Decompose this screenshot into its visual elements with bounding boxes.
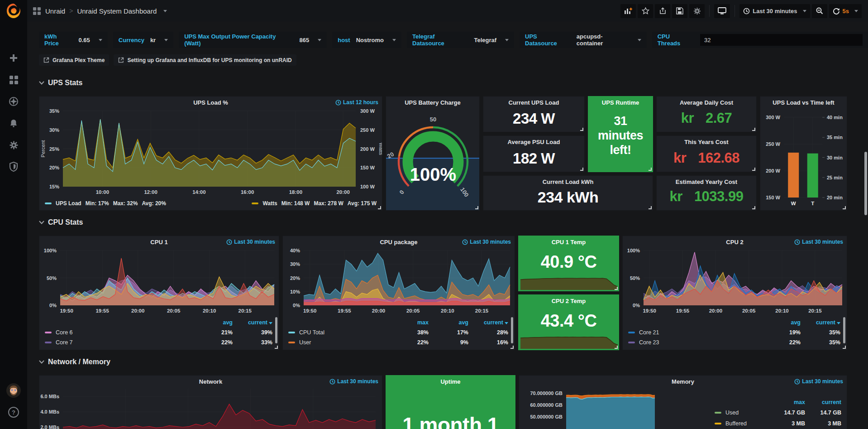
share-button[interactable] (655, 4, 670, 18)
star-button[interactable] (638, 4, 653, 18)
stat-value: 182 W (483, 150, 584, 167)
svg-text:20:00: 20:00 (336, 189, 349, 195)
panel-title[interactable]: Uptime (386, 376, 515, 387)
cpu2-chart[interactable]: 19:5019:5520:0020:0520:1020:150%50%100% (623, 248, 847, 315)
panel-time-range[interactable]: Last 30 minutes (462, 239, 511, 245)
save-button[interactable] (672, 4, 687, 18)
resize-handle[interactable] (843, 346, 846, 349)
panel-title[interactable]: Average Daily Cost (657, 96, 756, 108)
panel-time-range[interactable]: Last 12 hours (335, 99, 378, 106)
link-ups-monitoring-guide[interactable]: Setting up Grafana and InfluxDB for UPS … (114, 54, 296, 66)
panel-title[interactable]: Average PSU Load (483, 136, 584, 148)
server-admin-shield-icon[interactable] (0, 158, 27, 176)
panel-title[interactable]: CPU 1 Temp (519, 236, 619, 248)
time-range-picker[interactable]: Last 30 minutes (739, 4, 810, 18)
breadcrumb-app[interactable]: Unraid (45, 7, 65, 15)
panel-title[interactable]: CPU package Last 30 minutes (283, 236, 515, 248)
cycle-view-mode-button[interactable] (714, 4, 730, 18)
link-grafana-plex-theme[interactable]: Grafana Plex Theme (39, 54, 109, 66)
legend-watts[interactable]: Watts Min: 148 W Max: 278 W Avg: 175 W (252, 198, 377, 208)
resize-handle[interactable] (752, 168, 755, 171)
section-network-memory[interactable]: Network / Memory (39, 358, 110, 366)
user-avatar[interactable] (0, 381, 27, 400)
panel-time-range[interactable]: Last 30 minutes (329, 378, 378, 385)
resize-handle[interactable] (580, 128, 583, 131)
panel-title[interactable]: Current Load kWh (483, 176, 653, 188)
panel-time-range[interactable]: Last 30 minutes (794, 239, 843, 245)
variable-value[interactable]: Nostromo (356, 37, 384, 43)
panel-title[interactable]: Estimated Yearly Cost (657, 176, 756, 188)
panel-title[interactable]: Network Last 30 minutes (39, 376, 382, 387)
resize-handle[interactable] (843, 206, 846, 209)
top-nav: Unraid > Unraid System Dashboard Last 30… (27, 0, 868, 22)
variable-cpu-threads[interactable]: CPU Threads 32 (652, 32, 868, 48)
legend-ups-load[interactable]: UPS Load Min: 17% Max: 32% Avg: 20% (45, 198, 166, 208)
variable-value[interactable]: Telegraf (474, 37, 496, 43)
panel-title[interactable]: UPS Load % Last 12 hours (39, 96, 382, 108)
resize-handle[interactable] (752, 128, 755, 131)
resize-handle[interactable] (580, 168, 583, 171)
explore-compass-icon[interactable] (0, 92, 27, 111)
panel-title[interactable]: Memory Last 30 minutes (519, 376, 847, 387)
settings-gear-icon[interactable] (0, 136, 27, 154)
create-plus-icon[interactable] (0, 49, 27, 67)
add-panel-button[interactable] (620, 4, 636, 18)
panel-time-range[interactable]: Last 30 minutes (226, 239, 275, 245)
dashboard-settings-button[interactable] (689, 4, 705, 18)
variable-ups-datasource[interactable]: UPS Datasource apcupsd-container (520, 32, 647, 48)
help-icon[interactable]: ? (0, 403, 27, 421)
legend-scrollbar[interactable] (511, 317, 513, 343)
cpu-package-chart[interactable]: 19:5019:5520:0020:0520:1020:150%10%20%30… (283, 248, 515, 315)
variable-ups-max-output[interactable]: UPS Max Output Power Capacity (Watt) 865 (179, 32, 327, 48)
refresh-button[interactable]: 5s (829, 4, 862, 18)
resize-handle[interactable] (275, 346, 278, 349)
section-ups-stats[interactable]: UPS Stats (39, 79, 82, 87)
resize-handle[interactable] (378, 206, 381, 209)
panel-title[interactable]: CPU 2 Temp (519, 295, 619, 307)
alerting-bell-icon[interactable] (0, 114, 27, 132)
svg-text:300 W: 300 W (766, 115, 780, 120)
variable-kwh-price[interactable]: kWh Price 0.65 (39, 32, 108, 48)
cpu1-chart[interactable]: 19:5019:5520:0020:0520:1020:150%50%100% (39, 248, 279, 315)
resize-handle[interactable] (475, 206, 478, 209)
clock-icon (743, 8, 750, 14)
network-chart[interactable]: 2.0 MBs4.0 MBs6.0 MBs (39, 387, 382, 429)
panel-title[interactable]: UPS Battery Charge (386, 96, 479, 108)
variable-value[interactable]: apcupsd-container (577, 33, 629, 47)
cpu-threads-input[interactable]: 32 (700, 34, 863, 46)
resize-handle[interactable] (510, 346, 514, 349)
variable-value[interactable]: kr (150, 37, 156, 43)
resize-handle[interactable] (615, 346, 618, 349)
dashboards-icon[interactable] (0, 71, 27, 89)
svg-text:40%: 40% (290, 248, 300, 253)
resize-handle[interactable] (649, 206, 652, 209)
grafana-logo[interactable] (5, 2, 23, 20)
breadcrumb[interactable]: Unraid > Unraid System Dashboard (33, 7, 167, 15)
panel-time-range[interactable]: Last 30 minutes (794, 378, 843, 385)
panel-title[interactable]: Current UPS Load (483, 96, 584, 108)
variable-telegraf-datasource[interactable]: Telegraf Datasource Telegraf (407, 32, 514, 48)
cpu-package-legend: max avg current CPU Total 38% 17% 28% Us… (288, 318, 508, 347)
ups-load-chart[interactable]: 10:0012:0014:0016:0018:0020:0015%20%25%3… (39, 108, 382, 198)
panel-title[interactable]: UPS Load vs Time left (760, 96, 847, 108)
variable-value[interactable]: 0.65 (78, 37, 90, 43)
zoom-out-button[interactable] (812, 4, 827, 18)
panel-title[interactable]: CPU 2 Last 30 minutes (623, 236, 847, 248)
section-cpu-stats[interactable]: CPU Stats (39, 218, 83, 227)
variable-host[interactable]: host Nostromo (332, 32, 401, 48)
panel-title[interactable]: UPS Runtime (588, 96, 653, 108)
page-title[interactable]: Unraid System Dashboard (77, 7, 157, 15)
ups-load-vs-time-chart[interactable]: 150 W200 W250 W300 W20 min25 min30 min35… (760, 108, 847, 210)
panel-title[interactable]: CPU 1 Last 30 minutes (39, 236, 279, 248)
variable-currency[interactable]: Currency kr (113, 32, 173, 48)
resize-handle[interactable] (615, 287, 618, 290)
battery-gauge[interactable]: 02050100100% (386, 108, 480, 210)
variable-value[interactable]: 865 (299, 37, 309, 43)
legend-scrollbar[interactable] (275, 317, 277, 343)
resize-handle[interactable] (649, 168, 652, 171)
page-scrollbar[interactable] (864, 152, 867, 215)
panel-title[interactable]: This Years Cost (657, 136, 756, 148)
resize-handle[interactable] (752, 206, 755, 209)
legend-scrollbar[interactable] (843, 317, 845, 343)
memory-legend: max current Used 14.7 GB 14.7 GB Buffere… (715, 397, 841, 429)
